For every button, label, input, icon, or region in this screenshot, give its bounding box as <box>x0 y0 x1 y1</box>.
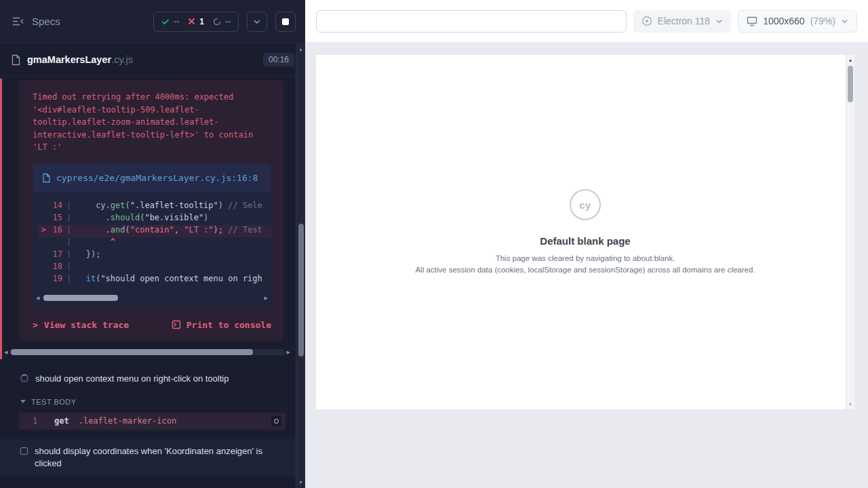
check-icon <box>161 18 170 26</box>
chevron-down-icon <box>20 400 26 403</box>
test-pending-row[interactable]: should display coordinates when 'Koordin… <box>0 439 296 476</box>
cross-icon <box>188 18 195 25</box>
command-name: get <box>54 416 69 426</box>
spec-duration: 00:16 <box>263 53 294 66</box>
scroll-right-icon[interactable]: ▶ <box>264 296 268 300</box>
loader-icon <box>274 419 279 424</box>
reporter-header: Specs -- 1 -- <box>0 0 305 43</box>
reporter-horizontal-scrollbar[interactable]: ◀ ▶ <box>4 348 290 357</box>
command-number: 1 <box>33 416 47 426</box>
scroll-right-icon[interactable]: ▶ <box>287 350 290 354</box>
aut-vscroll-thumb[interactable] <box>848 66 853 102</box>
chevron-down-icon <box>841 18 848 25</box>
test-title: should open context menu on right-click … <box>35 373 229 385</box>
error-panel: Timed out retrying after 4000ms: expecte… <box>19 80 283 341</box>
code-frame: cypress/e2e/gmaMarkersLayer.cy.js:16:8 1… <box>33 163 271 306</box>
chevron-down-icon <box>715 18 723 25</box>
specs-label: Specs <box>32 16 60 27</box>
command-row[interactable]: 1 get .leaflet-marker-icon <box>19 413 285 430</box>
blank-page-subtitle-2: All active session data (cookies, localS… <box>316 264 854 275</box>
stat-pending: -- <box>213 17 231 26</box>
specs-list-icon[interactable] <box>12 16 24 26</box>
scroll-left-icon[interactable]: ◀ <box>36 296 39 300</box>
aut-header: Electron 118 1000x660 (79%) <box>305 0 868 43</box>
failed-attempt-accent <box>0 79 2 359</box>
stat-passed: -- <box>161 17 179 26</box>
pending-circle-icon <box>213 18 221 26</box>
aut-vertical-scrollbar[interactable]: ▲ ▼ <box>846 55 854 409</box>
code-horizontal-scrollbar[interactable]: ◀ ▶ <box>36 293 268 303</box>
test-stats: -- 1 -- <box>153 12 239 32</box>
stop-tests-button[interactable] <box>275 12 296 32</box>
code-lines: 14| cy.get(".leaflet-tooltip") // Sele15… <box>33 192 271 291</box>
test-body-toggle[interactable]: TEST BODY <box>0 391 296 410</box>
error-message: Timed out retrying after 4000ms: expecte… <box>33 91 271 154</box>
reporter-vscroll-thumb[interactable] <box>298 224 304 357</box>
stat-failed: 1 <box>188 17 204 26</box>
console-icon <box>172 320 181 329</box>
reporter-body: Timed out retrying after 4000ms: expecte… <box>0 80 296 476</box>
viewport-button[interactable]: 1000x660 (79%) <box>738 10 857 33</box>
running-spinner-icon <box>20 374 28 382</box>
pending-square-icon <box>20 447 28 455</box>
scroll-down-icon[interactable]: ▼ <box>846 402 854 407</box>
test-title: should display coordinates when 'Koordin… <box>35 445 269 470</box>
collapse-reporter-button[interactable] <box>247 12 267 32</box>
aut-pane: Electron 118 1000x660 (79%) cy Default b… <box>305 0 868 488</box>
blank-page-title: Default blank page <box>316 235 854 247</box>
code-scroll-thumb[interactable] <box>43 295 118 301</box>
scroll-down-icon[interactable]: ▼ <box>296 480 305 485</box>
app: Specs -- 1 -- <box>0 0 868 488</box>
reporter-sidebar: Specs -- 1 -- <box>0 0 305 488</box>
spec-file-icon <box>11 54 21 66</box>
spec-file-row[interactable]: gmaMarkersLayer.cy.js 00:16 <box>0 43 305 77</box>
view-stack-trace-button[interactable]: > View stack trace <box>33 320 129 330</box>
reporter-vertical-scrollbar[interactable]: ▲ ▼ <box>296 43 305 488</box>
error-file-link[interactable]: cypress/e2e/gmaMarkersLayer.cy.js:16:8 <box>33 163 271 192</box>
stop-icon <box>282 18 289 25</box>
reporter-scroll-track[interactable] <box>9 349 284 355</box>
chevron-right-icon: > <box>33 320 38 330</box>
cypress-logo: cy <box>570 189 601 220</box>
command-retry-badge <box>271 416 281 426</box>
aut-page: cy Default blank page This page was clea… <box>316 55 854 409</box>
scroll-up-icon[interactable]: ▲ <box>846 58 854 62</box>
print-to-console-button[interactable]: Print to console <box>172 320 271 330</box>
command-message: .leaflet-marker-icon <box>79 416 271 426</box>
viewport-icon <box>747 16 757 26</box>
reporter-scroll-thumb[interactable] <box>11 349 253 355</box>
code-scroll-track[interactable] <box>41 295 262 301</box>
chevron-down-icon <box>253 18 261 26</box>
scroll-up-icon[interactable]: ▲ <box>296 47 305 52</box>
url-input[interactable] <box>316 10 627 33</box>
browser-icon <box>642 16 652 26</box>
browser-select[interactable]: Electron 118 <box>633 10 732 33</box>
test-running-row[interactable]: should open context menu on right-click … <box>0 367 296 391</box>
test-body-label: TEST BODY <box>31 398 77 406</box>
aut-stage: cy Default blank page This page was clea… <box>305 43 868 488</box>
scroll-left-icon[interactable]: ◀ <box>4 350 7 354</box>
spec-name: gmaMarkersLayer.cy.js <box>27 54 133 66</box>
blank-page-subtitle-1: This page was cleared by navigating to a… <box>316 253 854 264</box>
